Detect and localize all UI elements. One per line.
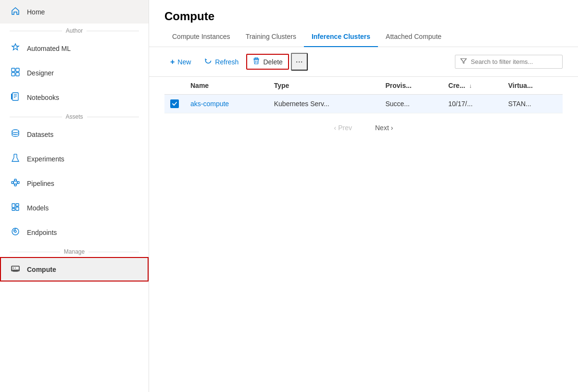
sidebar-section-manage: Manage: [0, 245, 149, 257]
sidebar-item-endpoints-label: Endpoints: [27, 229, 57, 236]
header-virtual[interactable]: Virtua...: [503, 77, 563, 95]
svg-rect-11: [12, 182, 13, 184]
sidebar-item-compute[interactable]: Compute: [0, 257, 149, 282]
svg-line-18: [16, 183, 17, 185]
main-content: Compute Compute Instances Training Clust…: [149, 0, 578, 392]
sidebar-item-pipelines[interactable]: Pipelines: [0, 171, 149, 196]
svg-rect-21: [16, 207, 19, 210]
next-label: Next: [375, 124, 389, 132]
endpoints-icon: [11, 227, 20, 238]
filter-icon: [460, 58, 467, 66]
tab-bar: Compute Instances Training Clusters Infe…: [149, 27, 578, 47]
sidebar-section-assets: Assets: [0, 110, 149, 122]
new-button[interactable]: + New: [164, 55, 197, 69]
sidebar-item-automated-ml-label: Automated ML: [27, 45, 71, 52]
row-checkbox[interactable]: [170, 99, 179, 108]
compute-table: Name Type Provis... Cre... ↓ Virtua...: [164, 77, 563, 113]
home-icon: [11, 7, 20, 17]
sidebar-item-models-label: Models: [27, 204, 49, 212]
sort-icon: ↓: [469, 83, 472, 89]
tab-attached-compute[interactable]: Attached Compute: [378, 27, 449, 47]
sidebar-item-designer[interactable]: Designer: [0, 61, 149, 85]
new-button-label: New: [177, 58, 191, 66]
refresh-icon: [204, 57, 212, 66]
next-button[interactable]: Next ›: [367, 121, 401, 135]
sidebar-item-datasets-label: Datasets: [27, 131, 53, 138]
svg-rect-13: [14, 184, 16, 186]
svg-rect-22: [12, 208, 15, 210]
tab-training-clusters[interactable]: Training Clusters: [238, 27, 304, 47]
delete-icon: [252, 57, 260, 66]
sidebar-item-automated-ml[interactable]: Automated ML: [0, 36, 149, 61]
sidebar-item-models[interactable]: Models: [0, 196, 149, 220]
refresh-button-label: Refresh: [215, 58, 239, 66]
svg-line-15: [13, 180, 14, 183]
sidebar-item-notebooks-label: Notebooks: [27, 94, 59, 101]
svg-rect-19: [12, 204, 15, 208]
prev-button[interactable]: ‹ Prev: [327, 121, 360, 135]
row-virtual-cell: STAN...: [503, 95, 563, 113]
header-created[interactable]: Cre... ↓: [442, 77, 502, 95]
svg-rect-20: [16, 204, 19, 206]
notebooks-icon: [11, 92, 20, 103]
sidebar: Home Author Automated ML Designer: [0, 0, 149, 392]
tab-inference-clusters[interactable]: Inference Clusters: [304, 27, 378, 47]
compute-link[interactable]: aks-compute: [190, 100, 229, 108]
row-provisioning-cell: Succe...: [379, 95, 442, 113]
sidebar-item-designer-label: Designer: [27, 69, 54, 77]
sidebar-item-compute-label: Compute: [27, 266, 56, 273]
compute-icon: [11, 264, 20, 275]
experiments-icon: [11, 153, 20, 164]
tab-compute-instances[interactable]: Compute Instances: [164, 27, 238, 47]
row-created-cell: 10/17/...: [442, 95, 502, 113]
table-row: aks-compute Kubernetes Serv... Succe... …: [164, 95, 563, 113]
sidebar-item-experiments-label: Experiments: [27, 155, 64, 163]
row-type-cell: Kubernetes Serv...: [268, 95, 380, 113]
svg-rect-2: [12, 73, 15, 76]
next-icon: ›: [391, 124, 393, 132]
svg-point-24: [14, 231, 16, 233]
pipelines-icon: [11, 178, 20, 189]
svg-rect-1: [16, 68, 19, 72]
svg-rect-12: [14, 179, 16, 181]
svg-rect-0: [12, 68, 15, 72]
svg-line-16: [13, 183, 14, 185]
sidebar-item-datasets[interactable]: Datasets: [0, 122, 149, 147]
plus-icon: +: [170, 58, 175, 66]
svg-rect-4: [13, 93, 18, 100]
refresh-button[interactable]: Refresh: [199, 54, 244, 69]
row-name-cell[interactable]: aks-compute: [185, 95, 268, 113]
more-icon: ···: [296, 57, 303, 67]
table-area: Name Type Provis... Cre... ↓ Virtua...: [149, 77, 578, 392]
sidebar-item-endpoints[interactable]: Endpoints: [0, 220, 149, 245]
svg-rect-31: [255, 58, 258, 59]
pagination: ‹ Prev Next ›: [164, 113, 563, 142]
delete-button[interactable]: Delete: [246, 54, 289, 70]
prev-icon: ‹: [334, 124, 337, 132]
row-checkbox-cell[interactable]: [164, 95, 185, 113]
datasets-icon: [11, 129, 20, 140]
designer-icon: [11, 67, 20, 78]
svg-line-17: [16, 180, 17, 183]
sidebar-item-notebooks[interactable]: Notebooks: [0, 85, 149, 110]
header-type[interactable]: Type: [268, 77, 380, 95]
header-checkbox-col: [164, 77, 185, 95]
page-title: Compute: [149, 0, 578, 23]
models-icon: [11, 202, 20, 213]
svg-rect-32: [253, 59, 259, 60]
svg-rect-3: [16, 73, 19, 76]
header-name[interactable]: Name: [185, 77, 268, 95]
search-input[interactable]: [471, 58, 557, 65]
sidebar-item-experiments[interactable]: Experiments: [0, 147, 149, 171]
delete-button-label: Delete: [263, 58, 282, 66]
sidebar-section-author: Author: [0, 24, 149, 36]
sidebar-item-pipelines-label: Pipelines: [27, 180, 54, 187]
table-header-row: Name Type Provis... Cre... ↓ Virtua...: [164, 77, 563, 95]
more-button[interactable]: ···: [291, 53, 308, 71]
svg-point-9: [12, 130, 19, 133]
search-box[interactable]: [455, 55, 563, 69]
sidebar-item-home[interactable]: Home: [0, 0, 149, 24]
svg-rect-14: [17, 182, 19, 184]
header-provisioning[interactable]: Provis...: [379, 77, 442, 95]
sidebar-item-home-label: Home: [27, 8, 45, 16]
